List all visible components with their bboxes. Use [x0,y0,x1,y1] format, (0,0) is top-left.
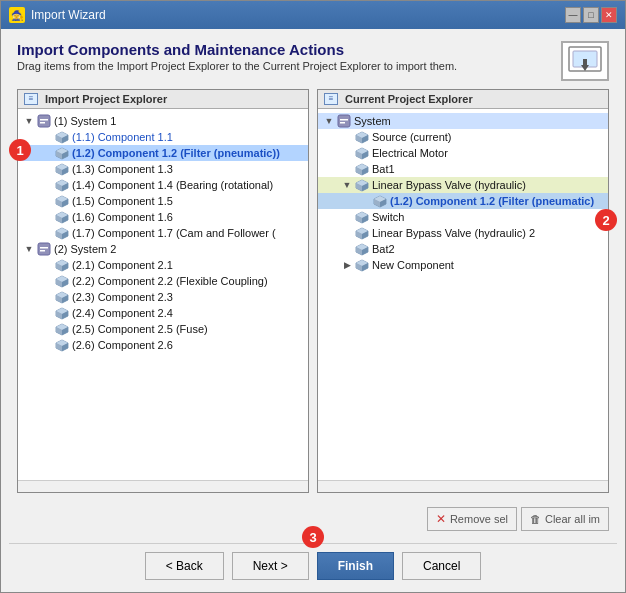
tree-item[interactable]: ▶ New Component [318,257,608,273]
expand-icon[interactable]: ▼ [322,114,336,128]
tree-item[interactable]: (2.2) Component 2.2 (Flexible Coupling) [18,273,308,289]
tree-item[interactable]: (1.7) Component 1.7 (Cam and Follower ( [18,225,308,241]
spacer [40,162,54,176]
tree-item[interactable]: (2.1) Component 2.1 [18,257,308,273]
clear-all-label: Clear all im [545,513,600,525]
expand-icon[interactable]: ▶ [340,258,354,272]
node-label: Linear Bypass Valve (hydraulic) [372,179,526,191]
component-icon [54,194,70,208]
node-label: (1.7) Component 1.7 (Cam and Follower ( [72,227,276,239]
badge-3: 3 [302,526,324,548]
horizontal-scrollbar[interactable] [18,480,308,492]
horizontal-scrollbar-current[interactable] [318,480,608,492]
tree-item[interactable]: (1.6) Component 1.6 [18,209,308,225]
panel-header-icon: ≡ [324,93,338,105]
clear-all-button[interactable]: 🗑 Clear all im [521,507,609,531]
component-icon [354,258,370,272]
tree-item[interactable]: (1.1) Component 1.1 [18,129,308,145]
next-button[interactable]: Next > [232,552,309,580]
cancel-button[interactable]: Cancel [402,552,481,580]
current-tree[interactable]: ▼ System Source (current) [318,109,608,480]
node-label: (1.2) Component 1.2 (Filter (pneumatic) [390,195,594,207]
import-panel-title: Import Project Explorer [45,93,167,105]
explorers-wrapper: 1 2 ≡ Import Project Explorer ▼ [17,89,609,493]
remove-sel-label: Remove sel [450,513,508,525]
spacer [40,226,54,240]
tree-item[interactable]: Electrical Motor [318,145,608,161]
tree-item[interactable]: Switch [318,209,608,225]
spacer [40,258,54,272]
tree-item[interactable]: (2.4) Component 2.4 [18,305,308,321]
import-project-explorer: ≡ Import Project Explorer ▼ (1) System 1 [17,89,309,493]
panel-header-icon: ≡ [24,93,38,105]
svg-rect-6 [40,122,45,124]
component-icon [54,338,70,352]
spacer [340,242,354,256]
expand-icon[interactable]: ▼ [22,242,36,256]
title-bar-left: 🧙 Import Wizard [9,7,106,23]
spacer [340,146,354,160]
back-button[interactable]: < Back [145,552,224,580]
maximize-button[interactable]: □ [583,7,599,23]
tree-item[interactable]: (2.3) Component 2.3 [18,289,308,305]
tree-item[interactable]: Linear Bypass Valve (hydraulic) 2 [318,225,608,241]
component-icon [54,210,70,224]
tree-item[interactable]: Source (current) [318,129,608,145]
minimize-button[interactable]: — [565,7,581,23]
component-icon [54,146,70,160]
svg-rect-5 [40,119,48,121]
remove-x-icon: ✕ [436,512,446,526]
tree-item-selected[interactable]: (1.2) Component 1.2 (Filter (pneumatic)) [18,145,308,161]
node-label: Bat1 [372,163,395,175]
spacer [40,290,54,304]
node-label: Switch [372,211,404,223]
finish-button[interactable]: Finish [317,552,394,580]
spacer [40,274,54,288]
tree-item[interactable]: (1.5) Component 1.5 [18,193,308,209]
tree-item-linear-bypass[interactable]: ▼ Linear Bypass Valve (hydraulic) [318,177,608,193]
close-button[interactable]: ✕ [601,7,617,23]
spacer [40,130,54,144]
tree-item[interactable]: (2.6) Component 2.6 [18,337,308,353]
expand-icon[interactable]: ▼ [22,114,36,128]
component-icon [54,178,70,192]
tree-item[interactable]: (1.3) Component 1.3 [18,161,308,177]
title-bar: 🧙 Import Wizard — □ ✕ [1,1,625,29]
page-header: Import Components and Maintenance Action… [17,41,609,81]
component-icon [354,210,370,224]
component-icon [354,130,370,144]
import-tree[interactable]: ▼ (1) System 1 (1.1) Component 1.1 [18,109,308,480]
spacer [40,146,54,160]
tree-item[interactable]: ▼ (1) System 1 [18,113,308,129]
current-project-explorer: ≡ Current Project Explorer ▼ System [317,89,609,493]
node-label: Source (current) [372,131,451,143]
node-label: New Component [372,259,454,271]
component-icon [354,226,370,240]
component-icon [354,242,370,256]
component-icon [354,146,370,160]
node-label: (2.2) Component 2.2 (Flexible Coupling) [72,275,268,287]
node-label: Bat2 [372,243,395,255]
system-icon [36,242,52,256]
component-icon [54,162,70,176]
component-icon [54,274,70,288]
tree-item[interactable]: Bat2 [318,241,608,257]
tree-item[interactable]: Bat1 [318,161,608,177]
node-label: Electrical Motor [372,147,448,159]
svg-rect-4 [38,115,50,127]
svg-rect-35 [38,243,50,255]
spacer [340,210,354,224]
tree-item-system[interactable]: ▼ System [318,113,608,129]
component-icon [54,226,70,240]
tree-item[interactable]: (2.5) Component 2.5 (Fuse) [18,321,308,337]
svg-rect-3 [583,59,587,66]
spacer [40,322,54,336]
tree-item[interactable]: ▼ (2) System 2 [18,241,308,257]
component-icon [54,258,70,272]
import-icon [561,41,609,81]
tree-item-imported[interactable]: (1.2) Component 1.2 (Filter (pneumatic) [318,193,608,209]
remove-sel-button[interactable]: ✕ Remove sel [427,507,517,531]
expand-icon[interactable]: ▼ [340,178,354,192]
tree-item[interactable]: (1.4) Component 1.4 (Bearing (rotational… [18,177,308,193]
node-label: (1.2) Component 1.2 (Filter (pneumatic)) [72,147,280,159]
